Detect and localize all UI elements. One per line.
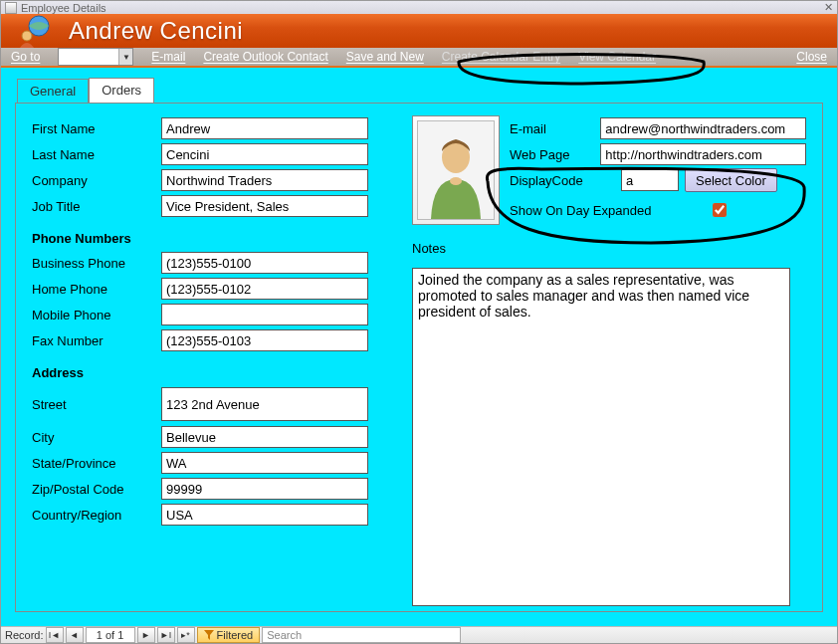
city-label: City xyxy=(32,430,161,445)
notes-field[interactable] xyxy=(412,268,790,606)
country-label: Country/Region xyxy=(32,508,161,523)
home-phone-label: Home Phone xyxy=(32,282,161,297)
fax-field[interactable] xyxy=(161,329,368,351)
address-section-heading: Address xyxy=(32,365,161,380)
record-nav-bar: Record: I◄ ◄ 1 of 1 ► ►I ▸* Filtered Sea… xyxy=(1,626,837,643)
city-field[interactable] xyxy=(161,426,368,448)
first-name-label: First Name xyxy=(32,121,161,136)
street-field[interactable] xyxy=(161,387,368,421)
employee-name-heading: Andrew Cencini xyxy=(69,17,243,45)
displaycode-field[interactable] xyxy=(621,169,679,191)
search-box[interactable]: Search xyxy=(262,627,461,643)
nav-first-button[interactable]: I◄ xyxy=(46,627,64,643)
business-phone-field[interactable] xyxy=(161,252,368,274)
select-color-button[interactable]: Select Color xyxy=(685,168,777,192)
right-fields: E-mail Web Page DisplayCode Select Color… xyxy=(510,115,806,223)
company-field[interactable] xyxy=(161,169,368,191)
form-icon xyxy=(5,2,17,14)
chevron-down-icon: ▼ xyxy=(118,49,132,65)
nav-last-button[interactable]: ►I xyxy=(157,627,175,643)
last-name-label: Last Name xyxy=(32,147,161,162)
tab-orders[interactable]: Orders xyxy=(89,78,154,103)
filtered-label: Filtered xyxy=(217,629,254,641)
home-phone-field[interactable] xyxy=(161,278,368,300)
globe-person-icon xyxy=(17,14,51,48)
email-label: E-mail xyxy=(510,121,600,136)
show-on-day-expanded-checkbox[interactable] xyxy=(713,203,727,217)
goto-label: Go to xyxy=(11,50,40,64)
state-field[interactable] xyxy=(161,452,368,474)
job-title-label: Job Title xyxy=(32,199,161,214)
mobile-phone-label: Mobile Phone xyxy=(32,308,161,322)
nav-new-button[interactable]: ▸* xyxy=(177,627,195,643)
svg-point-3 xyxy=(450,177,462,185)
avatar-frame[interactable] xyxy=(412,115,500,225)
window-title: Employee Details xyxy=(21,2,824,14)
street-label: Street xyxy=(32,397,161,412)
header: Andrew Cencini xyxy=(1,14,837,48)
webpage-field[interactable] xyxy=(600,143,806,165)
close-command[interactable]: Close xyxy=(796,50,827,64)
webpage-label: Web Page xyxy=(510,147,600,162)
general-panel: First Name Last Name Company Job Title P… xyxy=(15,103,823,612)
nav-next-button[interactable]: ► xyxy=(137,627,155,643)
mobile-phone-field[interactable] xyxy=(161,304,368,325)
job-title-field[interactable] xyxy=(161,195,368,217)
country-field[interactable] xyxy=(161,504,368,526)
business-phone-label: Business Phone xyxy=(32,256,161,271)
right-column: E-mail Web Page DisplayCode Select Color… xyxy=(412,115,806,223)
record-position[interactable]: 1 of 1 xyxy=(86,627,135,643)
nav-prev-button[interactable]: ◄ xyxy=(66,627,84,643)
filter-icon xyxy=(204,630,214,640)
company-label: Company xyxy=(32,173,161,188)
email-command[interactable]: E-mail xyxy=(151,50,185,64)
filtered-indicator[interactable]: Filtered xyxy=(197,627,261,643)
first-name-field[interactable] xyxy=(161,117,368,139)
state-label: State/Province xyxy=(32,456,161,471)
window-close-button[interactable]: ✕ xyxy=(824,1,833,14)
phone-section-heading: Phone Numbers xyxy=(32,231,161,246)
goto-combo[interactable]: ▼ xyxy=(58,48,133,66)
tabstrip: General Orders xyxy=(17,78,823,103)
zip-label: Zip/Postal Code xyxy=(32,482,161,497)
titlebar: Employee Details ✕ xyxy=(1,1,837,14)
svg-point-1 xyxy=(22,31,32,41)
email-field[interactable] xyxy=(600,117,806,139)
notes-label: Notes xyxy=(412,241,446,256)
content-area: General Orders First Name Last Name Comp… xyxy=(1,68,837,626)
fax-label: Fax Number xyxy=(32,333,161,348)
toolbar: Go to ▼ E-mail Create Outlook Contact Sa… xyxy=(1,48,837,68)
view-calendar-command[interactable]: View Calendar xyxy=(578,50,656,64)
tab-general[interactable]: General xyxy=(17,79,89,104)
person-icon xyxy=(421,129,491,219)
save-and-new-command[interactable]: Save and New xyxy=(346,50,424,64)
last-name-field[interactable] xyxy=(161,143,368,165)
create-calendar-entry-command[interactable]: Create Calendar Entry xyxy=(442,50,560,64)
create-outlook-contact-command[interactable]: Create Outlook Contact xyxy=(203,50,327,64)
avatar-image xyxy=(417,120,495,220)
zip-field[interactable] xyxy=(161,478,368,500)
record-label: Record: xyxy=(5,629,44,641)
employee-details-window: Employee Details ✕ Andrew Cencini Go to … xyxy=(0,0,838,644)
displaycode-label: DisplayCode xyxy=(510,173,621,188)
show-on-day-expanded-label: Show On Day Expanded xyxy=(510,203,709,218)
